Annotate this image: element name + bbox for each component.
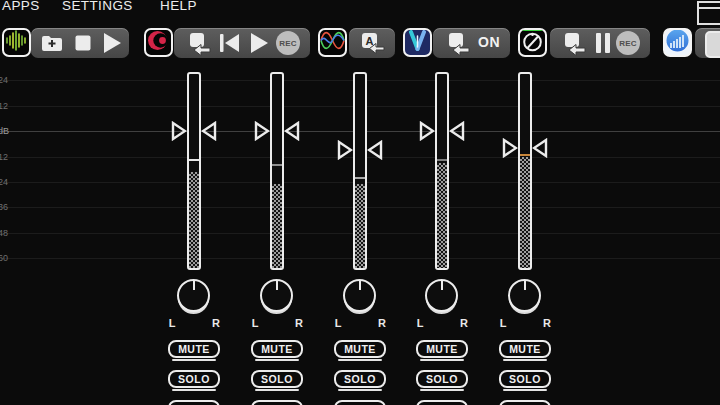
fader-fill — [437, 163, 447, 268]
on-button[interactable]: ON — [478, 34, 500, 50]
oscillator-control-panel: A — [349, 28, 395, 58]
v-app-control-panel: ON — [433, 28, 510, 58]
fader-handle-right-icon[interactable] — [449, 121, 465, 141]
fader-track[interactable] — [187, 72, 201, 270]
channel-extra-button[interactable] — [251, 400, 303, 405]
pan-right-label: R — [370, 317, 394, 329]
channel-strip-5: L R MUTE SOLO — [484, 60, 566, 405]
pan-knob[interactable] — [425, 279, 458, 312]
channel-extra-button[interactable] — [334, 400, 386, 405]
knob-pointer — [193, 281, 195, 290]
knob-pointer — [441, 281, 443, 290]
knob-pointer — [276, 281, 278, 290]
app-icon-v-app[interactable] — [403, 28, 432, 57]
scale-label: 12 — [0, 152, 8, 162]
fader-fill — [272, 184, 282, 268]
mute-button[interactable]: MUTE — [499, 340, 551, 358]
pan-knob[interactable] — [508, 279, 541, 312]
scale-label: 36 — [0, 202, 8, 212]
window-outline-icon[interactable] — [697, 1, 720, 25]
menu-apps[interactable]: APPS — [2, 0, 40, 13]
solo-button[interactable]: SOLO — [499, 370, 551, 388]
stop-button[interactable] — [70, 31, 96, 55]
switch-to-app-a-button[interactable]: A — [359, 31, 385, 55]
fader-handle-left-icon[interactable] — [337, 140, 353, 160]
fader-handle-left-icon[interactable] — [502, 138, 518, 158]
channel-strip-1: L R MUTE SOLO — [153, 60, 235, 405]
switch-to-app-button-partial[interactable] — [705, 31, 720, 58]
channel-strip-4: L R MUTE SOLO — [401, 60, 483, 405]
record-button[interactable]: REC — [276, 31, 300, 55]
channel-extra-button[interactable] — [416, 400, 468, 405]
pan-knob[interactable] — [177, 279, 210, 312]
record-button[interactable]: REC — [616, 31, 640, 55]
solo-button[interactable]: SOLO — [334, 370, 386, 388]
fader-value-line — [189, 159, 199, 161]
channel-strip-3: L R MUTE SOLO — [319, 60, 401, 405]
blue-chart-icon — [665, 28, 690, 57]
channel-extra-button[interactable] — [499, 400, 551, 405]
fader-handle-left-icon[interactable] — [171, 121, 187, 141]
mute-button[interactable]: MUTE — [251, 340, 303, 358]
knob-pointer — [359, 281, 361, 290]
switch-to-app-button[interactable] — [561, 31, 587, 55]
fader-handle-right-icon[interactable] — [284, 121, 300, 141]
app-icon-tempo[interactable] — [518, 28, 547, 57]
skip-back-button[interactable] — [216, 31, 242, 55]
channel-strip-2: L R MUTE SOLO — [236, 60, 318, 405]
fader-track[interactable] — [270, 72, 284, 270]
add-folder-button[interactable] — [39, 31, 65, 55]
pan-right-label: R — [287, 317, 311, 329]
app-icon-recorder[interactable] — [2, 28, 31, 57]
app-icon-cubasis[interactable] — [144, 28, 173, 57]
switch-to-app-button[interactable] — [186, 31, 212, 55]
solo-button[interactable]: SOLO — [168, 370, 220, 388]
pause-button[interactable] — [590, 31, 616, 55]
fader-handle-left-icon[interactable] — [419, 121, 435, 141]
fader-track[interactable] — [435, 72, 449, 270]
scale-label: 24 — [0, 177, 8, 187]
rainbow-sines-icon — [320, 28, 345, 57]
fader-value-line — [520, 154, 530, 156]
pan-left-label: L — [160, 317, 184, 329]
fader-fill — [520, 157, 530, 268]
pan-right-label: R — [452, 317, 476, 329]
fader-handle-right-icon[interactable] — [201, 121, 217, 141]
menu-help[interactable]: HELP — [160, 0, 197, 13]
menu-settings[interactable]: SETTINGS — [62, 0, 133, 13]
tempo-control-panel: REC — [550, 28, 650, 58]
fader-fill — [355, 184, 365, 268]
pan-right-label: R — [204, 317, 228, 329]
solo-button[interactable]: SOLO — [416, 370, 468, 388]
app-icon-oscillator[interactable] — [318, 28, 347, 57]
solo-button[interactable]: SOLO — [251, 370, 303, 388]
fader-fill — [189, 172, 199, 268]
fader-value-line — [272, 164, 282, 166]
cubasis-control-panel: REC — [174, 28, 310, 58]
scale-label-db: dB — [0, 126, 9, 136]
pan-right-label: R — [535, 317, 559, 329]
pan-knob[interactable] — [343, 279, 376, 312]
fader-handle-left-icon[interactable] — [254, 121, 270, 141]
fader-track[interactable] — [518, 72, 532, 270]
scale-label: 60 — [0, 253, 8, 263]
app-window: APPS SETTINGS HELP — [0, 0, 720, 405]
pan-left-label: L — [408, 317, 432, 329]
app-icon-analyzer[interactable] — [663, 28, 692, 57]
mute-button[interactable]: MUTE — [416, 340, 468, 358]
switch-to-app-button[interactable] — [445, 31, 471, 55]
scale-label: 48 — [0, 228, 8, 238]
recorder-control-panel — [31, 28, 129, 58]
pan-knob[interactable] — [260, 279, 293, 312]
mute-button[interactable]: MUTE — [334, 340, 386, 358]
knob-pointer — [524, 281, 526, 290]
fader-track[interactable] — [353, 72, 367, 270]
scale-label: 24 — [0, 75, 8, 85]
fader-handle-right-icon[interactable] — [532, 138, 548, 158]
play-button[interactable] — [99, 31, 125, 55]
channel-extra-button[interactable] — [168, 400, 220, 405]
mute-button[interactable]: MUTE — [168, 340, 220, 358]
play-button[interactable] — [246, 31, 272, 55]
fader-handle-right-icon[interactable] — [367, 140, 383, 160]
cubase-logo-icon — [146, 28, 171, 57]
